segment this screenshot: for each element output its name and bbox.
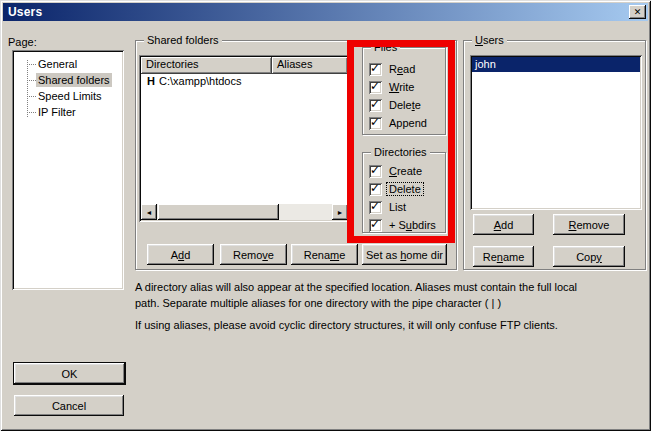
rename-folder-button[interactable]: Rename (291, 244, 358, 265)
tree-connector-stub (27, 64, 36, 65)
remove-user-button[interactable]: Remove (553, 214, 625, 235)
remove-folder-button[interactable]: Remove (220, 244, 287, 265)
set-as-home-dir-button[interactable]: Set as home dir (362, 244, 447, 265)
cyclic-warning-text: If using aliases, please avoid cyclic di… (135, 319, 558, 331)
page-item-ip-filter[interactable]: IP Filter (36, 105, 78, 119)
users-dialog: Users ✕ Page: General Shared folders Spe… (0, 0, 651, 431)
ok-button[interactable]: OK (14, 363, 125, 384)
home-directory-marker: H (141, 75, 159, 87)
shared-folders-group-title: Shared folders (144, 34, 222, 46)
column-header-aliases[interactable]: Aliases (272, 57, 348, 74)
page-label: Page: (8, 36, 37, 48)
add-folder-button[interactable]: Add (147, 244, 214, 265)
directory-path: C:\xampp\htdocs (159, 75, 242, 87)
tree-connector-line (27, 60, 28, 117)
users-list[interactable]: john (470, 55, 642, 210)
column-header-directories[interactable]: Directories (141, 57, 272, 74)
tree-connector-stub (27, 96, 36, 97)
alias-help-text-line2: path. Separate multiple aliases for one … (135, 297, 501, 309)
rename-user-button[interactable]: Rename (473, 246, 534, 267)
scroll-right-arrow-icon[interactable]: ► (332, 204, 348, 220)
alias-help-text-line1: A directory alias will also appear at th… (135, 281, 577, 293)
shared-folders-listview[interactable]: Directories Aliases HC:\xampp\htdocs ◄ ► (139, 55, 350, 222)
cancel-button[interactable]: Cancel (14, 395, 124, 416)
copy-user-button[interactable]: Copy (553, 246, 625, 267)
directory-row[interactable]: HC:\xampp\htdocs (141, 74, 348, 89)
annotation-highlight-rectangle (347, 40, 455, 243)
user-row-john[interactable]: john (472, 57, 640, 72)
titlebar[interactable]: Users (3, 3, 648, 21)
users-group-title: Users (472, 34, 507, 46)
tree-connector-stub (27, 80, 36, 81)
scrollbar-thumb[interactable] (158, 204, 279, 220)
close-icon[interactable]: ✕ (629, 5, 646, 19)
window-title: Users (8, 5, 42, 19)
page-item-general[interactable]: General (36, 57, 79, 71)
page-item-shared-folders[interactable]: Shared folders (36, 73, 112, 87)
horizontal-scrollbar[interactable]: ◄ ► (141, 204, 348, 220)
page-item-speed-limits[interactable]: Speed Limits (36, 89, 104, 103)
tree-connector-stub (27, 112, 36, 113)
page-list[interactable]: General Shared folders Speed Limits IP F… (12, 50, 124, 290)
add-user-button[interactable]: Add (473, 214, 534, 235)
listview-header: Directories Aliases (141, 57, 348, 74)
scroll-left-arrow-icon[interactable]: ◄ (141, 204, 157, 220)
